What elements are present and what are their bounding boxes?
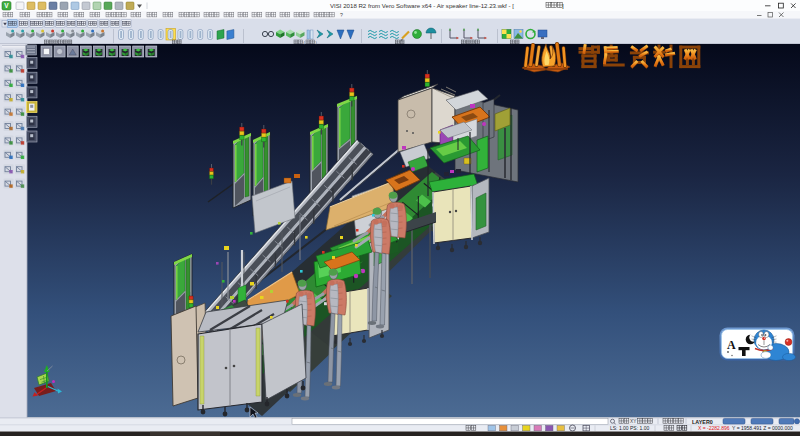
- svg-text:]: ]: [562, 2, 564, 9]
- svg-text:Y = 1958.491 Z = 0000.000: Y = 1958.491 Z = 0000.000: [732, 425, 793, 431]
- svg-text:?: ?: [340, 12, 343, 18]
- svg-text:LS: 1.00 PS: 1.00: LS: 1.00 PS: 1.00: [610, 425, 649, 431]
- svg-text:VISI 2018 R2 from Vero Softwar: VISI 2018 R2 from Vero Software x64 - Ai…: [330, 2, 514, 9]
- svg-text:A: A: [727, 338, 736, 352]
- svg-text:X = -2282.896: X = -2282.896: [698, 425, 730, 431]
- svg-text:LAYER0: LAYER0: [692, 419, 713, 425]
- svg-text:XY: XY: [630, 419, 637, 424]
- svg-text:V: V: [4, 2, 9, 9]
